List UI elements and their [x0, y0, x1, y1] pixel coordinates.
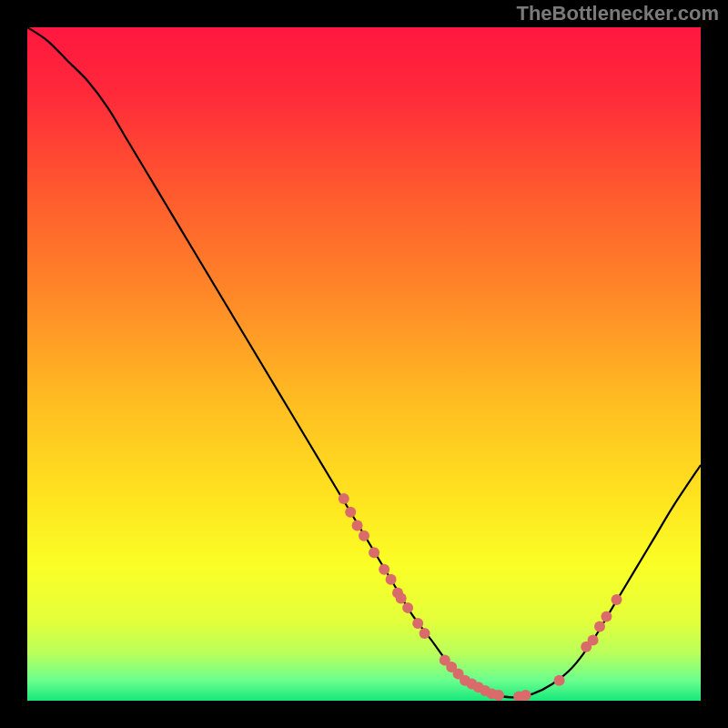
- data-point: [352, 521, 363, 531]
- chart-container: TheBottlenecker.com: [0, 0, 728, 728]
- data-point: [339, 493, 349, 504]
- data-point: [588, 634, 599, 645]
- data-point: [379, 564, 389, 575]
- data-point: [594, 622, 605, 632]
- data-point: [420, 628, 430, 639]
- data-point: [554, 675, 565, 686]
- data-point: [412, 618, 423, 629]
- watermark-text: TheBottlenecker.com: [516, 2, 719, 25]
- data-point: [521, 690, 531, 701]
- data-point: [612, 594, 622, 605]
- gradient-background: [27, 27, 701, 701]
- chart-svg: [27, 27, 701, 701]
- data-point: [345, 507, 356, 518]
- data-point: [369, 547, 379, 558]
- data-point: [493, 690, 504, 701]
- data-point: [396, 593, 407, 604]
- plot-area: [27, 27, 701, 701]
- data-point: [386, 574, 397, 585]
- data-point: [402, 602, 413, 613]
- data-point: [601, 612, 612, 622]
- data-point: [359, 531, 369, 541]
